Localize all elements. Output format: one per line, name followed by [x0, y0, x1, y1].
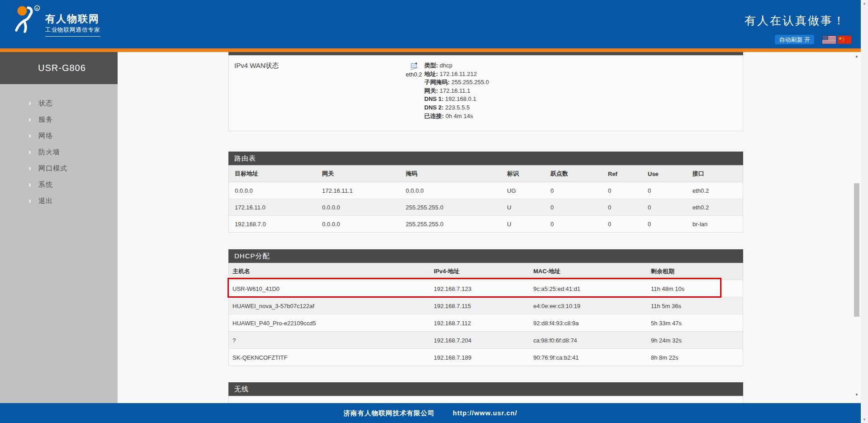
brand-tagline: 工业物联网通信专家 [45, 26, 100, 37]
table-header-row: 主机名IPv4-地址MAC-地址剩余租期 [229, 263, 743, 280]
window-scrollbar[interactable]: ▲ ▼ [861, 0, 868, 423]
table-cell: SK-QEKNCOFZTITF [232, 354, 287, 361]
wan-field-label: 类型: [424, 62, 440, 69]
table-cell: 0 [608, 187, 611, 194]
wan-field: 网关: 172.16.11.1 [424, 87, 489, 95]
cn-flag-icon[interactable]: ★ ★ ★ ★ ★ [838, 36, 851, 44]
column-header: Ref [608, 171, 617, 177]
column-header: 目标地址 [235, 170, 258, 178]
wan-field-label: DNS 1: [424, 95, 445, 102]
column-header: 接口 [693, 170, 704, 178]
table-cell: ? [232, 337, 236, 343]
wan-field: DNS 2: 223.5.5.5 [424, 104, 489, 112]
table-cell: 0 [608, 204, 611, 211]
dhcp-table: 主机名IPv4-地址MAC-地址剩余租期USR-W610_41D0192.168… [228, 263, 743, 366]
table-row: HUAWEI_nova_3-57b07c122af192.168.7.115e4… [229, 297, 743, 314]
routes-table: 目标地址网关掩码标识跃点数RefUse接口0.0.0.0172.16.11.10… [228, 165, 743, 233]
wan-field: 子网掩码: 255.255.255.0 [424, 78, 489, 87]
scroll-up-icon[interactable]: ▲ [861, 1, 868, 5]
chevron-right-icon: › [28, 176, 31, 193]
scrolled-section-bar-remnant [228, 52, 743, 55]
wan-field-value: 172.16.11.1 [440, 87, 470, 94]
table-cell: 0 [550, 204, 554, 211]
wan-field-value: 223.5.5.5 [445, 104, 470, 111]
wireless-panel-top [228, 396, 743, 403]
table-cell: 192.168.7.204 [434, 337, 471, 343]
table-cell: 0.0.0.0 [235, 187, 253, 194]
table-cell: 8h 8m 22s [651, 354, 678, 361]
column-header: 跃点数 [550, 170, 568, 178]
sidebar-item-5[interactable]: ›网口模式 [0, 160, 118, 176]
sidebar-item-3[interactable]: ›网络 [0, 128, 118, 144]
us-flag-icon[interactable] [822, 36, 836, 44]
page-footer: 济南有人物联网技术有限公司 http://www.usr.cn/ [0, 403, 861, 423]
sidebar-item-2[interactable]: ›服务 [0, 111, 118, 128]
table-cell: 192.168.7.123 [434, 285, 471, 292]
footer-company: 济南有人物联网技术有限公司 [344, 409, 435, 418]
chevron-right-icon: › [28, 193, 31, 209]
table-cell: 9c:a5:25:ed:41:d1 [533, 285, 580, 292]
table-cell: 255.255.255.0 [406, 221, 443, 228]
table-cell: eth0.2 [693, 187, 709, 194]
table-cell: br-lan [693, 221, 707, 228]
table-cell: 92:d8:f4:93:c8:9a [533, 319, 579, 326]
header-slogan: 有人在认真做事！ [745, 13, 846, 28]
table-cell: 11h 5m 36s [651, 302, 681, 309]
registered-mark: R [36, 7, 38, 11]
table-cell: 192.168.7.0 [235, 221, 266, 228]
column-header: Use [648, 171, 659, 177]
table-cell: U [507, 204, 511, 211]
table-cell: USR-W610_41D0 [232, 285, 280, 292]
table-cell: 255.255.255.0 [406, 204, 443, 211]
wan-field-value: 172.16.11.212 [440, 71, 477, 77]
scroll-down-icon[interactable]: ▼ [861, 418, 868, 422]
wan-field-label: 网关: [424, 87, 440, 94]
content-scrollbar[interactable]: ▲ ▼ [853, 52, 860, 403]
routes-section-bar: 路由表 [228, 152, 743, 165]
svg-text:★: ★ [838, 36, 842, 41]
sidebar-item-label: 退出 [38, 193, 53, 209]
wan-field: 类型: dhcp [424, 62, 489, 70]
table-header-row: 目标地址网关掩码标识跃点数RefUse接口 [229, 166, 743, 182]
table-cell: eth0.2 [693, 204, 709, 211]
wan-field: 已连接: 0h 4m 14s [424, 112, 489, 121]
column-header: 掩码 [406, 170, 417, 178]
sidebar-item-4[interactable]: ›防火墙 [0, 144, 118, 160]
table-cell: 0 [608, 221, 611, 228]
chevron-right-icon: › [28, 111, 31, 128]
scroll-up-icon[interactable]: ▲ [853, 54, 860, 58]
table-row: HUAWEI_P40_Pro-e22109ccd5192.168.7.11292… [229, 314, 743, 331]
wan-fields: 类型: dhcp地址: 172.16.11.212子网掩码: 255.255.2… [424, 62, 489, 120]
chevron-right-icon: › [28, 160, 31, 176]
usr-logo-icon: R [12, 4, 42, 36]
sidebar-item-label: 防火墙 [38, 144, 60, 160]
scroll-down-icon[interactable]: ▼ [853, 393, 860, 397]
sidebar-item-label: 服务 [38, 111, 53, 128]
table-cell: UG [507, 187, 516, 194]
sidebar-item-1[interactable]: ›状态 [0, 95, 118, 111]
table-cell: 5h 33m 47s [651, 319, 682, 326]
chevron-right-icon: › [28, 128, 31, 144]
sidebar-item-6[interactable]: ›系统 [0, 176, 118, 193]
column-header: 剩余租期 [651, 267, 674, 276]
brand-title: 有人物联网 [45, 12, 100, 26]
wan-field: 地址: 172.16.11.212 [424, 70, 489, 79]
sidebar: USR-G806 ›状态›服务›网络›防火墙›网口模式›系统›退出 [0, 52, 118, 403]
footer-url-link[interactable]: http://www.usr.cn/ [453, 409, 517, 417]
auto-refresh-button[interactable]: 自动刷新 开 [775, 35, 814, 44]
sidebar-item-7[interactable]: ›退出 [0, 193, 118, 209]
column-header: 主机名 [232, 267, 250, 276]
column-header: MAC-地址 [533, 267, 560, 276]
table-cell: 0 [648, 204, 651, 211]
table-row: ?192.168.7.204ca:98:f0:6f:d8:749h 24m 32… [229, 331, 743, 348]
wan-field-value: dhcp [440, 62, 452, 69]
table-cell: 0.0.0.0 [322, 204, 340, 211]
table-cell: 0 [648, 187, 651, 194]
scrollbar-thumb[interactable] [854, 183, 859, 317]
table-cell: 0 [550, 221, 554, 228]
wan-field-label: 已连接: [424, 113, 446, 119]
wan-status-panel: IPv4 WAN状态 eth0.2 类型: dhcp地址: 172.16.11.… [228, 55, 743, 131]
sidebar-item-label: 状态 [38, 95, 53, 111]
table-cell: 0 [648, 221, 651, 228]
table-cell: HUAWEI_nova_3-57b07c122af [232, 302, 314, 309]
